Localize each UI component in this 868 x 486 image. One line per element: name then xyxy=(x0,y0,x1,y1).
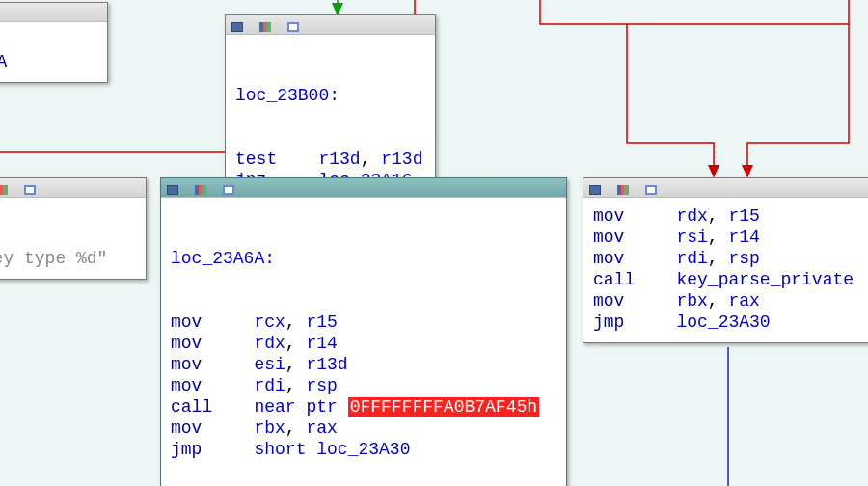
node-titlebar xyxy=(0,3,107,22)
chart-icon xyxy=(195,185,206,195)
expand-icon xyxy=(24,185,36,195)
chart-icon xyxy=(0,185,8,195)
view-icon xyxy=(231,22,243,32)
view-icon xyxy=(589,185,601,195)
node-titlebar xyxy=(0,178,146,198)
expand-icon xyxy=(223,185,234,195)
node-body: mov rdx, r15mov rsi, r14mov rdi, rspcall… xyxy=(583,198,868,342)
expand-icon xyxy=(287,22,299,32)
view-icon xyxy=(167,185,178,195)
node-titlebar xyxy=(161,178,566,198)
chart-icon xyxy=(617,185,629,195)
graph-node-loc-23a6a[interactable]: loc_23A6A: mov rcx, r15mov rdx, r14mov e… xyxy=(160,177,567,486)
node-body: " key type %d" xyxy=(0,198,146,279)
node-label: loc_23A6A: xyxy=(171,249,275,268)
graph-node-key-parse[interactable]: mov rdx, r15mov rsi, r14mov rdi, rspcall… xyxy=(583,177,868,343)
node-titlebar xyxy=(583,178,868,198)
node-body: loc_23A6A: mov rcx, r15mov rdx, r14mov e… xyxy=(161,198,566,486)
node-body: Ahoc_23A6A xyxy=(0,22,107,82)
node-titlebar xyxy=(226,15,435,35)
expand-icon xyxy=(645,185,657,195)
node-label: loc_23B00: xyxy=(235,86,339,105)
chart-icon xyxy=(259,22,271,32)
graph-node-partial-a[interactable]: Ahoc_23A6A xyxy=(0,2,108,83)
graph-node-partial-c[interactable]: " key type %d" xyxy=(0,177,147,280)
